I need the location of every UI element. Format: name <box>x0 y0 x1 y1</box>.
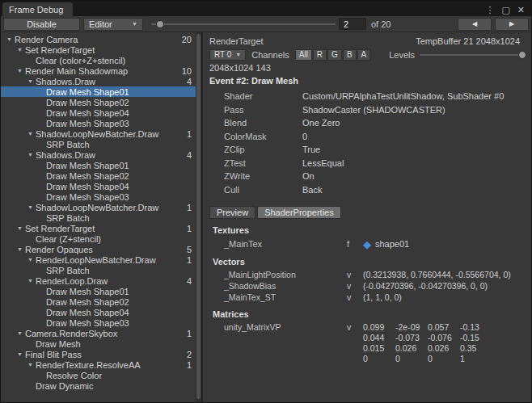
tree-item[interactable]: Draw Mesh Shape04 <box>1 181 196 191</box>
foldout-arrow-icon[interactable]: ▼ <box>25 257 36 262</box>
tree-item-count: 1 <box>187 329 196 338</box>
tree-item-label: Set RenderTarget <box>25 224 95 233</box>
content-area: ▼Render Camera20▼Set RenderTargetClear (… <box>1 32 531 402</box>
tree-item-label: RenderLoop.Draw <box>36 276 108 286</box>
tree-item[interactable]: ▼Set RenderTarget1 <box>1 223 196 233</box>
tree-item[interactable]: ▼ShadowLoopNewBatcher.Draw1 <box>1 202 196 212</box>
matrix-value: 0.026 <box>428 343 460 353</box>
tree-item[interactable]: ▼Render Main Shadowmap10 <box>1 65 196 76</box>
tree-item[interactable]: ▼Render Camera20 <box>1 34 196 44</box>
tree-item-label: Render Opaques <box>25 245 93 254</box>
tree-item[interactable]: Draw Mesh Shape02 <box>1 97 196 107</box>
tree-item[interactable]: ▼Set RenderTarget <box>1 44 196 55</box>
tree-item[interactable]: ▼Render Opaques5 <box>1 244 196 254</box>
foldout-arrow-icon[interactable]: ▼ <box>15 330 25 336</box>
frame-number-input[interactable] <box>339 18 366 30</box>
property-name: _ShadowBias <box>224 281 347 291</box>
tree-item-count: 20 <box>182 35 196 44</box>
channel-button-a[interactable]: A <box>357 49 371 61</box>
frame-slider-track[interactable] <box>151 23 336 25</box>
foldout-arrow-icon[interactable]: ▼ <box>15 225 25 231</box>
tab-preview[interactable]: Preview <box>209 206 255 219</box>
levels-slider[interactable] <box>420 49 526 61</box>
foldout-arrow-icon[interactable]: ▼ <box>25 131 36 136</box>
tree-item[interactable]: ▼Shadows.Draw4 <box>1 149 196 160</box>
render-target-controls: RT 0 ▼ Channels AllRGBA Levels <box>203 48 531 61</box>
tree-item[interactable]: ▼RenderLoopNewBatcher.Draw1 <box>1 254 196 265</box>
tree-item[interactable]: Draw Mesh Shape01 <box>1 286 196 296</box>
state-value: ShadowCaster (SHADOWCASTER) <box>302 105 445 115</box>
foldout-arrow-icon[interactable]: ▼ <box>25 152 36 157</box>
property-name: unity_MatrixVP <box>224 322 347 332</box>
tree-item[interactable]: Draw Mesh Shape01 <box>1 160 196 170</box>
tree-item[interactable]: SRP Batch <box>1 212 196 223</box>
foldout-arrow-icon[interactable]: ▼ <box>25 278 36 283</box>
channel-button-g[interactable]: G <box>327 49 342 61</box>
tree-scrollbar-thumb[interactable] <box>196 34 201 399</box>
frame-slider-handle[interactable] <box>156 20 164 28</box>
foldout-arrow-icon[interactable]: ▼ <box>15 246 25 252</box>
next-event-button[interactable]: ▶ <box>495 18 529 31</box>
tree-item[interactable]: Draw Mesh Shape04 <box>1 107 196 118</box>
tree-scrollbar[interactable] <box>196 32 201 402</box>
shader-state-row: ZTestLessEqual <box>203 157 531 170</box>
matrix-value: -0.13 <box>460 322 492 332</box>
rt-index-dropdown[interactable]: RT 0 ▼ <box>209 49 246 61</box>
levels-slider-track[interactable] <box>420 54 526 56</box>
tree-item[interactable]: Draw Mesh Shape02 <box>1 296 196 307</box>
foldout-arrow-icon[interactable]: ▼ <box>25 78 36 84</box>
foldout-arrow-icon[interactable]: ▼ <box>15 351 25 357</box>
disable-button[interactable]: Disable <box>3 18 80 31</box>
matrix-value: -0.073 <box>395 333 428 342</box>
tree-item[interactable]: SRP Batch <box>1 265 196 275</box>
foldout-arrow-icon[interactable]: ▼ <box>15 68 25 73</box>
tree-item[interactable]: Resolve Color <box>1 370 196 380</box>
frame-slider[interactable] <box>151 18 336 31</box>
tree-item[interactable]: Draw Mesh Shape03 <box>1 118 196 128</box>
menu-icon[interactable]: ⋮ <box>485 6 494 15</box>
property-type: v <box>347 270 363 279</box>
levels-slider-handle[interactable] <box>518 51 526 59</box>
tree-item[interactable]: SRP Batch <box>1 139 196 149</box>
tree-item[interactable]: ▼ShadowLoopNewBatcher.Draw1 <box>1 128 196 139</box>
tree-item[interactable]: ▼Camera.RenderSkybox1 <box>1 328 196 338</box>
foldout-arrow-icon[interactable]: ▼ <box>25 362 36 367</box>
tree-item[interactable]: ▼Shadows.Draw4 <box>1 76 196 86</box>
foldout-arrow-icon[interactable]: ▼ <box>15 47 25 52</box>
previous-event-button[interactable]: ◀ <box>458 18 492 31</box>
resolution-info: 2048x1024 143 <box>203 61 531 73</box>
matrix-value: -2e-09 <box>395 322 428 332</box>
tab-shaderproperties[interactable]: ShaderProperties <box>257 206 341 219</box>
matrix-value: 0.35 <box>460 343 492 353</box>
tab-frame-debug[interactable]: Frame Debug <box>2 2 73 16</box>
tree-item-label: ShadowLoopNewBatcher.Draw <box>36 129 158 139</box>
channel-button-all[interactable]: All <box>295 49 312 61</box>
target-dropdown[interactable]: Editor ▼ <box>83 18 143 31</box>
tree-item[interactable]: Clear (color+Z+stencil) <box>1 55 196 65</box>
tree-item[interactable]: ▼Final Blit Pass2 <box>1 349 196 359</box>
tree-item[interactable]: Draw Dynamic <box>1 380 196 391</box>
vector-rows: _MainLightPositionv(0.3213938, 0.7660444… <box>203 269 531 303</box>
tree-item[interactable]: ▼RenderLoop.Draw4 <box>1 275 196 286</box>
tree-item[interactable]: Draw Mesh <box>1 338 196 349</box>
close-icon[interactable]: ✕ <box>517 6 525 15</box>
matrix-value: 0 <box>395 354 428 363</box>
property-type: v <box>347 281 363 291</box>
tree-item[interactable]: Draw Mesh Shape03 <box>1 317 196 328</box>
tree-item[interactable]: Draw Mesh Shape04 <box>1 307 196 317</box>
maximize-icon[interactable]: ▢ <box>501 6 509 15</box>
title-bar: Frame Debug ⋮ ▢ ✕ <box>1 1 531 16</box>
tree-item-label: Draw Mesh Shape04 <box>46 108 129 118</box>
tree-item[interactable]: ▼RenderTexture.ResolveAA1 <box>1 359 196 370</box>
tree-item[interactable]: Draw Mesh Shape03 <box>1 191 196 202</box>
tree-item[interactable]: Draw Mesh Shape01 <box>1 86 196 97</box>
channel-button-r[interactable]: R <box>313 49 327 61</box>
state-label: ZTest <box>224 158 302 168</box>
tree-item[interactable]: Clear (Z+stencil) <box>1 233 196 244</box>
channel-button-b[interactable]: B <box>343 49 357 61</box>
matrix-value: -0.15 <box>460 333 492 342</box>
tree-item[interactable]: Draw Mesh Shape02 <box>1 170 196 181</box>
foldout-arrow-icon[interactable]: ▼ <box>25 204 36 210</box>
tree-item-label: Draw Mesh Shape01 <box>46 87 129 97</box>
foldout-arrow-icon[interactable]: ▼ <box>4 36 15 42</box>
